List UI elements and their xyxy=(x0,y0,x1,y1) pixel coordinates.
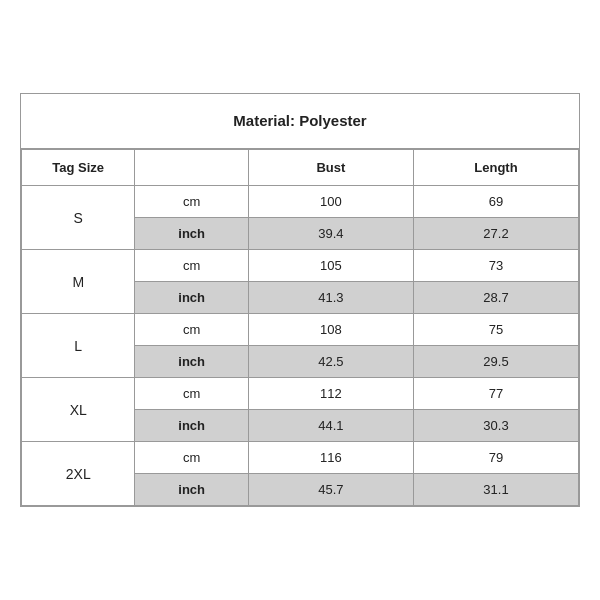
length-cm-value: 77 xyxy=(413,378,578,410)
bust-cm-value: 112 xyxy=(248,378,413,410)
bust-inch-value: 45.7 xyxy=(248,474,413,506)
bust-inch-value: 41.3 xyxy=(248,282,413,314)
tag-size-cell: M xyxy=(22,250,135,314)
tag-size-cell: XL xyxy=(22,378,135,442)
length-inch-value: 30.3 xyxy=(413,410,578,442)
table-header-row: Tag Size Bust Length xyxy=(22,150,579,186)
chart-title-row: Material: Polyester xyxy=(21,94,579,149)
length-cm-value: 69 xyxy=(413,186,578,218)
chart-title: Material: Polyester xyxy=(233,112,366,129)
tag-size-cell: S xyxy=(22,186,135,250)
length-inch-value: 28.7 xyxy=(413,282,578,314)
length-inch-value: 31.1 xyxy=(413,474,578,506)
table-row: Lcm10875 xyxy=(22,314,579,346)
bust-cm-value: 108 xyxy=(248,314,413,346)
bust-inch-value: 42.5 xyxy=(248,346,413,378)
length-inch-value: 27.2 xyxy=(413,218,578,250)
bust-cm-value: 116 xyxy=(248,442,413,474)
unit-cm-cell: cm xyxy=(135,378,248,410)
header-unit xyxy=(135,150,248,186)
header-bust: Bust xyxy=(248,150,413,186)
table-row: Scm10069 xyxy=(22,186,579,218)
tag-size-cell: 2XL xyxy=(22,442,135,506)
table-row: XLcm11277 xyxy=(22,378,579,410)
tag-size-cell: L xyxy=(22,314,135,378)
unit-inch-cell: inch xyxy=(135,282,248,314)
size-chart-container: Material: Polyester Tag Size Bust Length… xyxy=(20,93,580,507)
length-cm-value: 75 xyxy=(413,314,578,346)
table-row: Mcm10573 xyxy=(22,250,579,282)
bust-inch-value: 39.4 xyxy=(248,218,413,250)
unit-cm-cell: cm xyxy=(135,250,248,282)
length-cm-value: 79 xyxy=(413,442,578,474)
unit-inch-cell: inch xyxy=(135,218,248,250)
size-table: Tag Size Bust Length Scm10069inch39.427.… xyxy=(21,149,579,506)
unit-cm-cell: cm xyxy=(135,186,248,218)
unit-cm-cell: cm xyxy=(135,314,248,346)
header-length: Length xyxy=(413,150,578,186)
unit-inch-cell: inch xyxy=(135,474,248,506)
header-tag-size: Tag Size xyxy=(22,150,135,186)
length-inch-value: 29.5 xyxy=(413,346,578,378)
length-cm-value: 73 xyxy=(413,250,578,282)
bust-inch-value: 44.1 xyxy=(248,410,413,442)
bust-cm-value: 105 xyxy=(248,250,413,282)
bust-cm-value: 100 xyxy=(248,186,413,218)
table-row: 2XLcm11679 xyxy=(22,442,579,474)
unit-cm-cell: cm xyxy=(135,442,248,474)
unit-inch-cell: inch xyxy=(135,410,248,442)
unit-inch-cell: inch xyxy=(135,346,248,378)
